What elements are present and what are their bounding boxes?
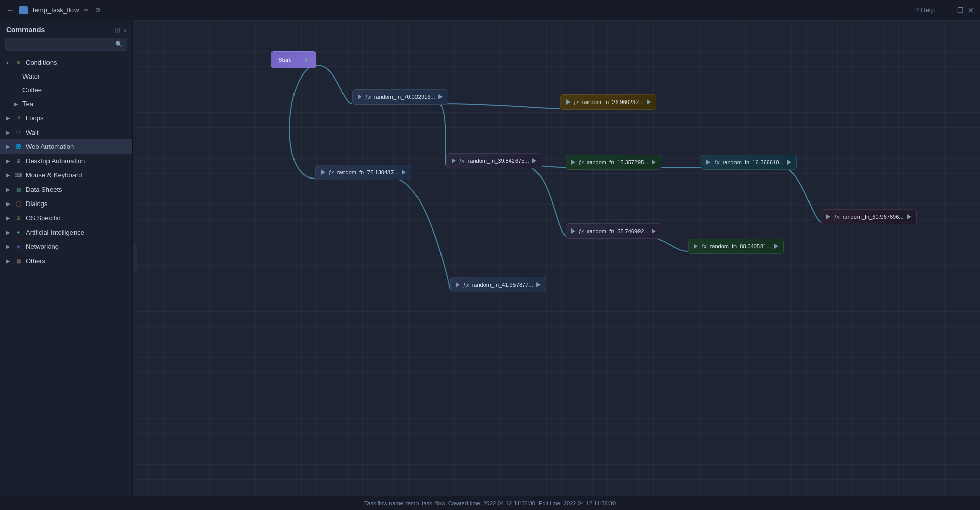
sidebar-header: Commands ⊞ ‹ — [0, 20, 132, 38]
sidebar-item-dialogs[interactable]: ▶◯Dialogs — [0, 196, 132, 211]
node-fn5[interactable]: ƒx random_fn_16.366610... — [701, 155, 797, 170]
fn7-icon: ƒx — [578, 228, 584, 234]
node-fn8[interactable]: ƒx random_fn_88.040581... — [688, 239, 784, 254]
fn1-output-port[interactable] — [438, 94, 443, 99]
fn10-icon: ƒx — [463, 282, 469, 288]
arrow-icon: ▶ — [6, 215, 11, 221]
others-label: Others — [26, 257, 45, 265]
arrow-icon: ▶ — [6, 115, 11, 121]
start-label: Start — [278, 57, 302, 63]
fn1-input-port[interactable] — [358, 94, 362, 99]
fn4-output-port[interactable] — [652, 160, 656, 165]
fn10-output-port[interactable] — [536, 282, 541, 287]
fn5-label: random_fn_16.366610... — [723, 159, 784, 165]
sidebar-item-loops[interactable]: ▶↺Loops — [0, 111, 132, 125]
node-fn10[interactable]: ƒx random_fn_41.957877... — [450, 277, 546, 292]
node-fn9[interactable]: ƒx random_fn_60.967696... — [821, 209, 917, 224]
node-fn7[interactable]: ƒx random_fn_55.746992... — [566, 223, 662, 239]
fn1-label: random_fn_70.002916... — [374, 94, 435, 100]
canvas-area[interactable]: Start ƒx random_fn_70.002916... ƒx rando… — [133, 20, 980, 496]
arrow-icon: ▶ — [6, 144, 11, 149]
sidebar-header-icons: ⊞ ‹ — [114, 26, 126, 34]
artificial-intelligence-icon: ✦ — [14, 228, 22, 236]
fn6-output-port[interactable] — [402, 170, 406, 175]
fn6-icon: ƒx — [328, 169, 334, 175]
fn3-input-port[interactable] — [452, 158, 456, 163]
fn3-label: random_fn_39.842675... — [468, 158, 529, 164]
topbar-title: temp_task_flow — [33, 6, 79, 14]
fn8-icon: ƒx — [701, 243, 707, 249]
start-output-port[interactable] — [305, 57, 309, 62]
search-input[interactable] — [5, 38, 127, 51]
tea-label: Tea — [22, 100, 33, 108]
fn8-input-port[interactable] — [694, 244, 698, 249]
sidebar-item-web-automation[interactable]: ▶🌐Web Automation — [0, 139, 132, 154]
mouse-keyboard-label: Mouse & Keyboard — [26, 171, 82, 179]
networking-label: Networking — [26, 243, 59, 250]
grid-view-icon[interactable]: ⊞ — [114, 26, 120, 34]
sidebar-item-mouse-keyboard[interactable]: ▶⌨Mouse & Keyboard — [0, 168, 132, 182]
sidebar: Commands ⊞ ‹ 🔍 ▾⚙ConditionsWaterCoffee▶T… — [0, 20, 133, 496]
arrow-icon: ▶ — [6, 158, 11, 164]
wait-icon: ⏱ — [14, 128, 22, 136]
edit-title-icon[interactable]: ✏ — [84, 7, 89, 14]
back-button[interactable]: ← — [6, 6, 14, 15]
sidebar-item-coffee[interactable]: Coffee — [0, 83, 132, 97]
arrow-icon: ▶ — [6, 244, 11, 249]
sidebar-item-data-sheets[interactable]: ▶▦Data Sheets — [0, 182, 132, 196]
fn10-input-port[interactable] — [456, 282, 460, 287]
sidebar-item-os-specific[interactable]: ▶⊞OS Specific — [0, 211, 132, 225]
coffee-label: Coffee — [22, 86, 42, 94]
help-button[interactable]: ? Help — [915, 6, 935, 14]
window-controls: — ❐ ✕ — [946, 6, 974, 14]
sidebar-item-artificial-intelligence[interactable]: ▶✦Artificial Intelligence — [0, 225, 132, 239]
fn6-input-port[interactable] — [321, 170, 325, 175]
node-fn3[interactable]: ƒx random_fn_39.842675... — [446, 153, 542, 168]
node-fn4[interactable]: ƒx random_fn_15.357295... — [566, 155, 662, 170]
wait-label: Wait — [26, 129, 39, 136]
node-fn2[interactable]: ƒx random_fn_26.960232... — [560, 94, 656, 110]
sidebar-item-tea[interactable]: ▶Tea — [0, 97, 132, 111]
node-start[interactable]: Start — [271, 51, 316, 68]
main-layout: Commands ⊞ ‹ 🔍 ▾⚙ConditionsWaterCoffee▶T… — [0, 20, 980, 496]
sidebar-item-wait[interactable]: ▶⏱Wait — [0, 125, 132, 139]
restore-button[interactable]: ❐ — [957, 6, 964, 14]
fn8-output-port[interactable] — [774, 244, 778, 249]
minimize-button[interactable]: — — [946, 6, 953, 14]
dialogs-label: Dialogs — [26, 200, 47, 208]
artificial-intelligence-label: Artificial Intelligence — [26, 228, 84, 236]
sidebar-item-others[interactable]: ▶▦Others — [0, 253, 132, 268]
fn2-output-port[interactable] — [647, 99, 651, 105]
sidebar-item-desktop-automation[interactable]: ▶🖥Desktop Automation — [0, 154, 132, 168]
fn2-label: random_fn_26.960232... — [582, 99, 644, 105]
statusbar: Task flow name: temp_task_flow. Created … — [0, 496, 980, 510]
fn5-icon: ƒx — [714, 159, 720, 165]
arrow-icon: ▶ — [6, 230, 11, 235]
fn9-input-port[interactable] — [826, 214, 830, 219]
sidebar-item-water[interactable]: Water — [0, 69, 132, 83]
sidebar-item-conditions[interactable]: ▾⚙Conditions — [0, 55, 132, 69]
fn9-output-port[interactable] — [907, 214, 911, 219]
water-label: Water — [22, 72, 40, 80]
node-fn1[interactable]: ƒx random_fn_70.002916... — [352, 89, 448, 105]
fn5-output-port[interactable] — [787, 160, 791, 165]
node-fn6[interactable]: ƒx random_fn_75.130487... — [315, 165, 411, 180]
sidebar-item-networking[interactable]: ▶◈Networking — [0, 239, 132, 253]
fn3-output-port[interactable] — [532, 158, 536, 163]
mouse-keyboard-icon: ⌨ — [14, 171, 22, 179]
arrow-icon: ▾ — [6, 60, 11, 65]
sidebar-title: Commands — [6, 26, 45, 34]
fn4-input-port[interactable] — [571, 160, 575, 165]
arrow-icon: ▶ — [6, 130, 11, 135]
fn7-output-port[interactable] — [652, 228, 656, 234]
collapse-sidebar-icon[interactable]: ‹ — [124, 26, 126, 34]
close-button[interactable]: ✕ — [968, 6, 974, 14]
fn7-label: random_fn_55.746992... — [587, 228, 649, 234]
fn7-input-port[interactable] — [571, 228, 575, 234]
others-icon: ▦ — [14, 257, 22, 265]
sidebar-items: ▾⚙ConditionsWaterCoffee▶Tea▶↺Loops▶⏱Wait… — [0, 55, 132, 496]
desktop-automation-label: Desktop Automation — [26, 157, 85, 165]
fn2-input-port[interactable] — [566, 99, 570, 105]
copy-icon[interactable]: ⧉ — [96, 7, 101, 14]
fn5-input-port[interactable] — [706, 160, 710, 165]
